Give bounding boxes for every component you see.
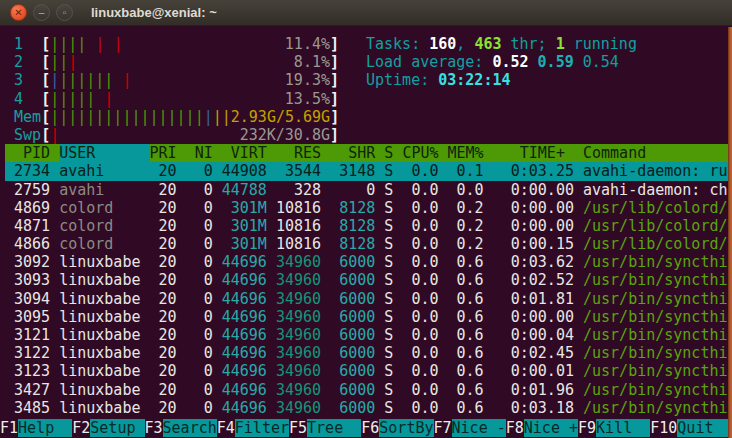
- col-state[interactable]: S: [384, 144, 402, 162]
- none-bar-segment: [86, 35, 95, 53]
- meter-swp: Swp[|232K/30.8G]: [5, 126, 339, 144]
- table-row[interactable]: 4869 colord 20 0 301M 10816 8128 S 0.0 0…: [5, 199, 732, 217]
- red-bar-segment: |: [122, 71, 131, 89]
- cell-cpu: 0.0: [402, 235, 447, 253]
- fkey-nice-[interactable]: F7Nice -: [434, 419, 506, 438]
- fkey-number: F3: [145, 419, 163, 437]
- cell-command: /usr/bin/syncthin: [583, 344, 732, 362]
- cell-mem: 0.2: [448, 199, 493, 217]
- table-row[interactable]: 3095 linuxbabe 20 0 44696 34960 6000 S 0…: [5, 308, 732, 326]
- col-command[interactable]: Command: [583, 144, 646, 162]
- cell-res: 34960: [276, 344, 330, 362]
- cell-shr: 6000: [330, 344, 384, 362]
- scrollbar-strip[interactable]: [728, 27, 732, 438]
- fkey-quit[interactable]: F10Quit: [650, 419, 731, 438]
- fkey-number: F7: [434, 419, 452, 437]
- col-mem[interactable]: MEM%: [448, 144, 493, 162]
- col-ni[interactable]: NI: [186, 144, 222, 162]
- cell-time: 0:01.96: [493, 381, 583, 399]
- table-row[interactable]: 2759 avahi 20 0 44788 328 0 S 0.0 0.0 0:…: [5, 181, 732, 199]
- minimize-icon[interactable]: –: [33, 4, 50, 21]
- fkey-setup[interactable]: F2Setup: [72, 419, 144, 438]
- col-res[interactable]: RES: [276, 144, 330, 162]
- fkey-tree[interactable]: F5Tree: [289, 419, 361, 438]
- cell-ni: 0: [186, 399, 222, 417]
- cell-command: /usr/bin/syncthin: [583, 399, 732, 417]
- fkey-number: F10: [650, 419, 677, 437]
- cell-cpu: 0.0: [402, 308, 447, 326]
- titlebar[interactable]: ✕ – ▫ linuxbabe@xenial: ~: [0, 0, 732, 26]
- table-row[interactable]: 4866 colord 20 0 301M 10816 8128 S 0.0 0…: [5, 235, 732, 253]
- table-row[interactable]: 3122 linuxbabe 20 0 44696 34960 6000 S 0…: [5, 344, 732, 362]
- cell-pri: 20: [150, 199, 186, 217]
- close-icon[interactable]: ✕: [10, 4, 27, 21]
- meter-label: Swp: [5, 126, 41, 144]
- table-header: PID USER PRI NI VIRT RES SHR S CPU% MEM%…: [5, 144, 732, 162]
- fkey-sortby[interactable]: F6SortBy: [361, 419, 433, 438]
- cell-pri: 20: [150, 399, 186, 417]
- cell-pid: 2734: [5, 162, 59, 180]
- table-row[interactable]: 3123 linuxbabe 20 0 44696 34960 6000 S 0…: [5, 362, 732, 380]
- table-row[interactable]: 3094 linuxbabe 20 0 44696 34960 6000 S 0…: [5, 290, 732, 308]
- table-row[interactable]: 2734 avahi 20 0 44908 3544 3148 S 0.0 0.…: [5, 162, 732, 180]
- meter-label: 2: [5, 53, 41, 71]
- col-virt[interactable]: VIRT: [222, 144, 276, 162]
- cell-cpu: 0.0: [402, 162, 447, 180]
- cell-user: colord: [59, 235, 149, 253]
- cell-virt: 44908: [222, 162, 276, 180]
- cell-mem: 0.2: [448, 217, 493, 235]
- meter-bracket-open: [: [41, 71, 50, 89]
- cell-shr: 8128: [330, 217, 384, 235]
- fkey-help[interactable]: F1Help: [0, 419, 72, 438]
- cell-command: /usr/bin/syncthin: [583, 362, 732, 380]
- cell-ni: 0: [186, 362, 222, 380]
- fkey-label: Search: [163, 419, 217, 437]
- fkey-label: Tree: [307, 419, 361, 437]
- cell-pid: 4869: [5, 199, 59, 217]
- fkey-label: Kill: [596, 419, 650, 437]
- cell-state: S: [384, 290, 402, 308]
- cell-pri: 20: [150, 308, 186, 326]
- green-bar-segment: ||: [50, 53, 68, 71]
- cell-mem: 0.6: [448, 253, 493, 271]
- col-time[interactable]: TIME+: [493, 144, 583, 162]
- col-user-sorted[interactable]: USER: [59, 144, 149, 162]
- cell-shr: 3148: [330, 162, 384, 180]
- col-pri[interactable]: PRI: [150, 144, 186, 162]
- fkey-search[interactable]: F3Search: [145, 419, 217, 438]
- cell-virt: 44696: [222, 399, 276, 417]
- table-row[interactable]: 3121 linuxbabe 20 0 44696 34960 6000 S 0…: [5, 326, 732, 344]
- meter-cpu2: 2 [|||8.1%]: [5, 53, 339, 71]
- col-cpu[interactable]: CPU%: [402, 144, 447, 162]
- fkey-nice-[interactable]: F8Nice +: [506, 419, 578, 438]
- fkey-label: Quit: [677, 419, 731, 437]
- cell-state: S: [384, 235, 402, 253]
- table-row[interactable]: 4871 colord 20 0 301M 10816 8128 S 0.0 0…: [5, 217, 732, 235]
- cell-shr: 6000: [330, 308, 384, 326]
- table-row[interactable]: 3093 linuxbabe 20 0 44696 34960 6000 S 0…: [5, 271, 732, 289]
- col-pid[interactable]: PID: [5, 144, 59, 162]
- cell-cpu: 0.0: [402, 217, 447, 235]
- table-row[interactable]: 3092 linuxbabe 20 0 44696 34960 6000 S 0…: [5, 253, 732, 271]
- table-row[interactable]: 3485 linuxbabe 20 0 44696 34960 6000 S 0…: [5, 399, 732, 417]
- meter-mem: Mem[||||||||||||||||||||2.93G/5.69G]: [5, 108, 339, 126]
- meter-bar: ||||||| |19.3%: [50, 71, 330, 89]
- col-shr[interactable]: SHR: [330, 144, 384, 162]
- cell-time: 0:03.62: [493, 253, 583, 271]
- cell-pri: 20: [150, 162, 186, 180]
- cell-res: 34960: [276, 253, 330, 271]
- red-bar-segment: |: [104, 90, 113, 108]
- meter-bracket-open: [: [41, 108, 50, 126]
- red-bar-segment: |: [113, 35, 122, 53]
- meter-value: 8.1%: [294, 53, 330, 71]
- cell-pid: 3121: [5, 326, 59, 344]
- fkey-kill[interactable]: F9Kill: [578, 419, 650, 438]
- meter-bar: |||| | |11.4%: [50, 35, 330, 53]
- cell-state: S: [384, 181, 402, 199]
- table-row[interactable]: 3427 linuxbabe 20 0 44696 34960 6000 S 0…: [5, 381, 732, 399]
- maximize-icon[interactable]: ▫: [56, 4, 73, 21]
- fkey-filter[interactable]: F4Filter: [217, 419, 289, 438]
- meter-bracket-close: ]: [330, 90, 339, 108]
- none-bar-segment: [113, 71, 122, 89]
- yellow-bar-segment: ||: [213, 108, 231, 126]
